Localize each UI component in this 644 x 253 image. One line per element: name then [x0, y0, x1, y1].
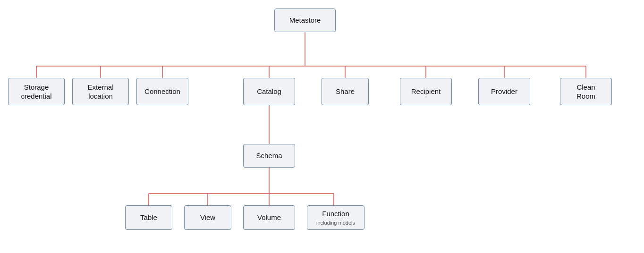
recipient-label: Recipient [411, 87, 441, 96]
function-sublabel: including models [316, 219, 355, 226]
external-location-label: Externallocation [87, 83, 113, 101]
share-node: Share [322, 78, 369, 105]
volume-label: Volume [257, 213, 281, 222]
diagram: Metastore Storagecredential Externalloca… [0, 0, 644, 253]
external-location-node: Externallocation [72, 78, 129, 105]
provider-node: Provider [478, 78, 530, 105]
recipient-node: Recipient [400, 78, 452, 105]
catalog-label: Catalog [257, 87, 281, 96]
share-label: Share [336, 87, 355, 96]
storage-credential-node: Storagecredential [8, 78, 65, 105]
provider-label: Provider [491, 87, 517, 96]
catalog-node: Catalog [243, 78, 295, 105]
function-node: Function including models [307, 205, 364, 230]
connection-node: Connection [136, 78, 188, 105]
metastore-node: Metastore [274, 8, 336, 32]
volume-node: Volume [243, 205, 295, 230]
clean-room-node: CleanRoom [560, 78, 612, 105]
connection-label: Connection [144, 87, 180, 96]
schema-node: Schema [243, 144, 295, 168]
metastore-label: Metastore [289, 16, 321, 25]
view-node: View [184, 205, 231, 230]
function-label: Function [322, 209, 349, 219]
schema-label: Schema [256, 151, 282, 160]
table-node: Table [125, 205, 172, 230]
clean-room-label: CleanRoom [576, 83, 595, 101]
view-label: View [200, 213, 215, 222]
table-label: Table [140, 213, 157, 222]
storage-credential-label: Storagecredential [21, 83, 51, 101]
